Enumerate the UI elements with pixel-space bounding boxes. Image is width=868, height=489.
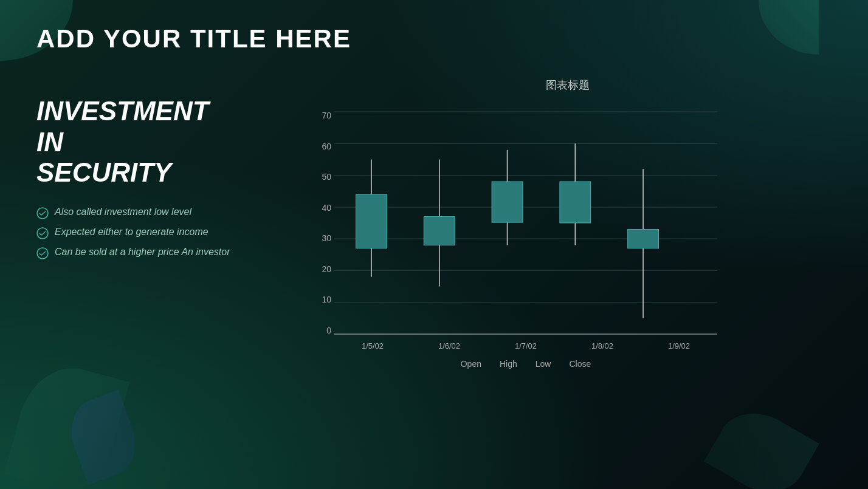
x-label-5: 1/9/02 [668, 341, 690, 351]
y-label-0: 0 [326, 326, 331, 335]
y-label-60: 60 [322, 142, 331, 151]
y-label-20: 20 [322, 264, 331, 274]
y-label-30: 30 [322, 233, 331, 243]
svg-point-2 [37, 248, 48, 259]
candle-body-2 [424, 217, 455, 245]
list-item: Also called investment low level [36, 207, 267, 219]
x-label-3: 1/7/02 [515, 341, 537, 351]
x-label-2: 1/6/02 [438, 341, 460, 351]
chart-container: 70 60 50 40 30 20 10 0 [304, 104, 729, 372]
candle-body-1 [356, 194, 387, 248]
x-axis-labels: 1/5/02 1/6/02 1/7/02 1/8/02 1/9/02 [334, 341, 717, 351]
y-axis-labels: 70 60 50 40 30 20 10 0 [304, 111, 331, 335]
candle-body-5 [628, 229, 659, 248]
right-panel: 图表标题 70 60 50 40 30 20 10 0 [304, 72, 832, 372]
left-panel: INVESTMENTINSECURITY Also called investm… [36, 72, 267, 259]
chart-legend: Open High Low Close [334, 359, 717, 369]
candle-body-3 [492, 182, 523, 222]
list-item: Expected either to generate income [36, 227, 267, 239]
legend-open: Open [461, 359, 481, 369]
legend-close: Close [569, 359, 591, 369]
page-title: ADD YOUR TITLE HERE [36, 24, 832, 53]
checkmark-icon [36, 227, 49, 239]
candlestick-chart [334, 111, 717, 335]
checkmark-icon [36, 207, 49, 219]
y-label-40: 40 [322, 203, 331, 213]
page: ADD YOUR TITLE HERE INVESTMENTINSECURITY… [0, 0, 868, 489]
svg-point-0 [37, 208, 48, 219]
legend-high: High [500, 359, 517, 369]
bullet-list: Also called investment low level Expecte… [36, 207, 267, 259]
investment-title: INVESTMENTINSECURITY [36, 96, 267, 188]
list-item: Can be sold at a higher price An investo… [36, 247, 267, 259]
y-label-10: 10 [322, 295, 331, 304]
x-label-4: 1/8/02 [591, 341, 613, 351]
x-label-1: 1/5/02 [362, 341, 384, 351]
content-area: INVESTMENTINSECURITY Also called investm… [36, 72, 832, 372]
svg-point-1 [37, 228, 48, 239]
legend-low: Low [536, 359, 551, 369]
checkmark-icon [36, 247, 49, 259]
chart-title: 图表标题 [304, 78, 832, 92]
y-label-70: 70 [322, 111, 331, 120]
candle-body-4 [560, 182, 591, 223]
y-label-50: 50 [322, 172, 331, 182]
